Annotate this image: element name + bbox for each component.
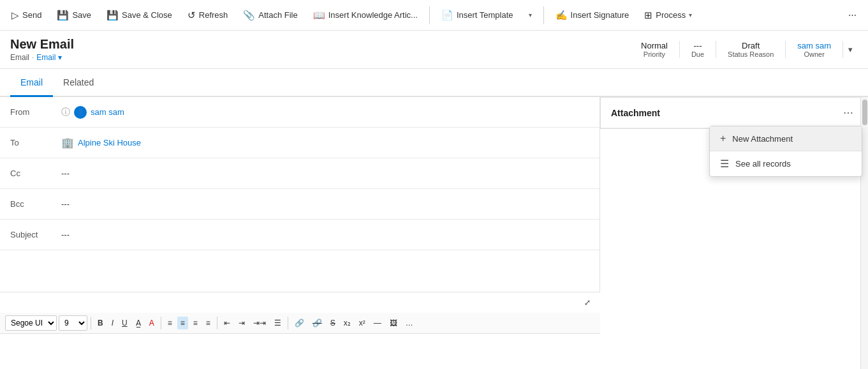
tabs: Email Related — [0, 69, 868, 97]
ellipsis-icon: ⋯ — [843, 107, 853, 118]
save-close-button[interactable]: 💾 Save & Close — [100, 6, 179, 24]
template-icon: 📄 — [441, 10, 453, 21]
align-center-button[interactable]: ≡ — [177, 317, 188, 329]
font-family-select[interactable]: Segoe UI — [5, 315, 57, 331]
account-icon: 🏢 — [61, 137, 74, 149]
horizontal-rule-button[interactable]: — — [371, 317, 385, 329]
priority-meta: Normal Priority — [629, 41, 680, 58]
toolbar: ▷ Send 💾 Save 💾 Save & Close ↺ Refresh 📎… — [0, 0, 868, 31]
from-name[interactable]: sam sam — [91, 107, 124, 117]
highlight-button[interactable]: A̲ — [133, 317, 144, 329]
editor-separator-3 — [217, 317, 217, 329]
chevron-down-icon: ▾ — [529, 11, 532, 19]
subscript-button[interactable]: x₂ — [341, 317, 354, 329]
save-button[interactable]: 💾 Save — [50, 6, 98, 24]
due-value: --- — [694, 41, 702, 50]
attach-icon: 📎 — [243, 10, 255, 21]
body-editor: ⤢ Segoe UI 9 B I U A̲ A ≡ ≡ ≡ ≡ — [0, 292, 600, 369]
more-options-button[interactable]: ⋯ — [842, 7, 863, 23]
email-form: From ⓘ 👤 sam sam To 🏢 Alpine Ski House C… — [0, 97, 600, 292]
attachment-panel: Attachment ⋯ + New Attachment ☰ See all … — [600, 97, 868, 129]
italic-button[interactable]: I — [108, 317, 117, 329]
cc-value[interactable]: --- — [61, 169, 589, 178]
page-title: New Email — [10, 37, 629, 52]
subtitle-dropdown-icon[interactable]: ▾ — [58, 53, 62, 62]
header: New Email Email · Email ▾ Normal Priorit… — [0, 31, 868, 69]
font-size-select[interactable]: 9 — [59, 315, 87, 331]
align-right-button[interactable]: ≡ — [190, 317, 201, 329]
cc-label: Cc — [10, 169, 61, 178]
to-label: To — [10, 138, 61, 147]
process-button[interactable]: ⊞ Process ▾ — [638, 6, 698, 24]
insert-signature-button[interactable]: ✍ Insert Signature — [549, 6, 636, 24]
indent-more-button[interactable]: ⇥⇥ — [250, 317, 269, 329]
main: From ⓘ 👤 sam sam To 🏢 Alpine Ski House C… — [0, 97, 868, 369]
plus-icon: + — [720, 133, 726, 144]
status-meta: Draft Status Reason — [716, 41, 786, 58]
header-right: Normal Priority --- Due Draft Status Rea… — [629, 40, 858, 59]
knowledge-icon: 📖 — [313, 10, 325, 21]
from-row: From ⓘ 👤 sam sam — [0, 97, 600, 128]
link-icon: 🔗 — [295, 319, 304, 328]
superscript-button[interactable]: x² — [356, 317, 369, 329]
editor-toolbar: Segoe UI 9 B I U A̲ A ≡ ≡ ≡ ≡ ⇤ ⇥ ⇥⇥ — [0, 313, 600, 334]
expand-editor-button[interactable]: ⤢ — [581, 296, 594, 309]
unlink-button[interactable]: 🔗 — [309, 317, 325, 329]
subtitle-type: Email — [10, 53, 29, 62]
editor-header: ⤢ — [0, 292, 600, 313]
bcc-value[interactable]: --- — [61, 199, 589, 209]
insert-knowledge-button[interactable]: 📖 Insert Knowledge Artic... — [307, 6, 424, 24]
align-left-button[interactable]: ≡ — [165, 317, 175, 329]
tab-email[interactable]: Email — [10, 69, 53, 97]
header-expand-icon[interactable]: ▾ — [843, 40, 858, 59]
due-label: Due — [691, 50, 704, 58]
refresh-icon: ↺ — [188, 10, 196, 21]
subtitle-value[interactable]: Email — [36, 53, 55, 62]
indent-increase-button[interactable]: ⇥ — [235, 317, 248, 329]
see-all-records-item[interactable]: ☰ See all records — [710, 151, 862, 176]
indent-decrease-button[interactable]: ⇤ — [221, 317, 233, 329]
editor-separator-1 — [91, 317, 91, 329]
process-icon: ⊞ — [644, 10, 652, 21]
strikethrough-button[interactable]: S — [327, 317, 339, 329]
list-icon: ☰ — [720, 158, 729, 170]
status-label: Status Reason — [728, 50, 774, 58]
editor-separator-4 — [288, 317, 288, 329]
image-button[interactable]: 🖼 — [386, 317, 401, 329]
editor-content[interactable] — [0, 334, 600, 369]
editor-separator-2 — [161, 317, 161, 329]
text-color-button[interactable]: A — [146, 317, 158, 329]
priority-label: Priority — [644, 50, 665, 58]
justify-button[interactable]: ≡ — [203, 317, 214, 329]
bullet-list-button[interactable]: ☰ — [271, 317, 284, 329]
scrollbar-thumb — [862, 100, 867, 125]
signature-icon: ✍ — [555, 10, 568, 21]
subject-label: Subject — [10, 230, 61, 239]
attachment-dropdown-menu: + New Attachment ☰ See all records — [709, 126, 862, 177]
from-value: ⓘ 👤 sam sam — [61, 106, 589, 119]
send-icon: ▷ — [11, 10, 19, 21]
tab-related[interactable]: Related — [53, 69, 104, 97]
bcc-label: Bcc — [10, 199, 61, 209]
template-dropdown-button[interactable]: ▾ — [522, 8, 538, 22]
bold-button[interactable]: B — [94, 317, 107, 329]
attachment-menu-button[interactable]: ⋯ — [839, 105, 857, 120]
underline-button[interactable]: U — [119, 317, 131, 329]
header-subtitle: Email · Email ▾ — [10, 53, 629, 62]
toolbar-separator-2 — [543, 6, 544, 24]
attach-file-button[interactable]: 📎 Attach File — [237, 6, 304, 24]
priority-value: Normal — [641, 41, 668, 50]
new-attachment-label: New Attachment — [732, 134, 793, 144]
save-close-icon: 💾 — [107, 10, 119, 21]
link-button[interactable]: 🔗 — [291, 317, 307, 329]
from-label: From — [10, 107, 61, 117]
refresh-button[interactable]: ↺ Refresh — [181, 6, 235, 24]
subject-value[interactable]: --- — [61, 230, 589, 239]
more-editor-button[interactable]: … — [402, 317, 416, 329]
send-button[interactable]: ▷ Send — [5, 6, 48, 24]
new-attachment-item[interactable]: + New Attachment — [710, 126, 862, 151]
insert-template-button[interactable]: 📄 Insert Template — [435, 6, 520, 24]
owner-value[interactable]: sam sam — [797, 41, 831, 50]
to-name[interactable]: Alpine Ski House — [78, 138, 141, 147]
sidebar: Attachment ⋯ + New Attachment ☰ See all … — [600, 97, 868, 369]
